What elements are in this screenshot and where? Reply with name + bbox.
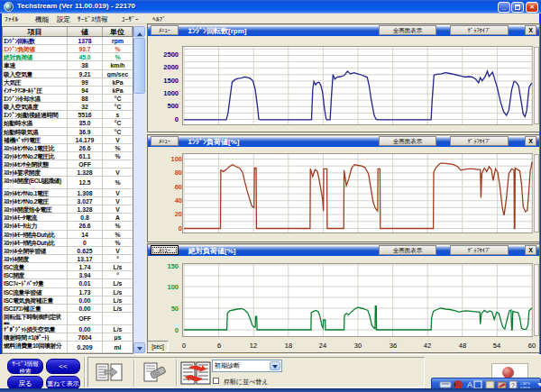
svg-text:?: ? [511, 382, 515, 388]
